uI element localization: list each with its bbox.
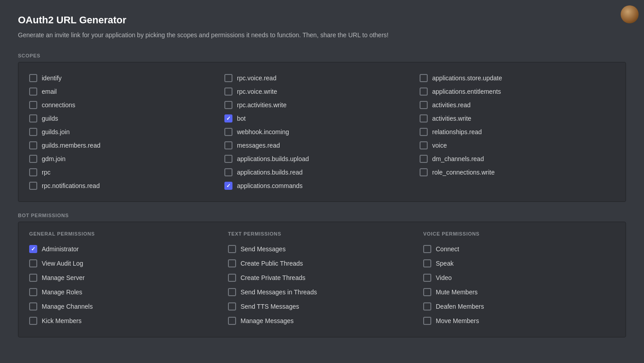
scope-item-webhook_incoming[interactable]: webhook.incoming bbox=[224, 125, 420, 139]
scope-checkbox-guilds_join[interactable] bbox=[29, 128, 37, 136]
scope-item-applications_store_update[interactable]: applications.store.update bbox=[420, 71, 615, 85]
perm-item-connect[interactable]: Connect bbox=[423, 242, 611, 256]
perm-item-manage_roles[interactable]: Manage Roles bbox=[29, 285, 221, 299]
perm-label-manage_channels: Manage Channels bbox=[42, 303, 93, 310]
scope-checkbox-rpc_voice_write[interactable] bbox=[224, 87, 232, 96]
perm-label-video: Video bbox=[436, 274, 452, 281]
perm-item-create_public_threads[interactable]: Create Public Threads bbox=[228, 256, 416, 271]
scope-item-guilds[interactable]: guilds bbox=[29, 112, 224, 125]
scope-checkbox-rpc[interactable] bbox=[29, 168, 37, 176]
scope-checkbox-rpc_voice_read[interactable] bbox=[224, 74, 232, 82]
scope-item-dm_channels_read[interactable]: dm_channels.read bbox=[420, 152, 615, 166]
perm-item-view_audit_log[interactable]: View Audit Log bbox=[29, 256, 221, 271]
scope-item-guilds_members_read[interactable]: guilds.members.read bbox=[29, 139, 224, 152]
perm-checkbox-view_audit_log[interactable] bbox=[29, 259, 37, 267]
scope-label-activities_read: activities.read bbox=[432, 101, 471, 109]
scope-item-activities_read[interactable]: activities.read bbox=[420, 98, 615, 112]
perm-checkbox-mute_members[interactable] bbox=[423, 288, 431, 296]
scope-label-rpc_voice_read: rpc.voice.read bbox=[237, 74, 276, 82]
scope-label-voice: voice bbox=[432, 142, 447, 149]
scope-checkbox-activities_read[interactable] bbox=[420, 101, 428, 109]
scope-item-messages_read[interactable]: messages.read bbox=[224, 139, 420, 152]
scope-item-applications_builds_read[interactable]: applications.builds.read bbox=[224, 166, 420, 179]
perm-checkbox-administrator[interactable] bbox=[29, 245, 37, 253]
scope-item-gdm_join[interactable]: gdm.join bbox=[29, 152, 224, 166]
scope-item-rpc_notifications_read[interactable]: rpc.notifications.read bbox=[29, 179, 224, 192]
scope-item-rpc_voice_read[interactable]: rpc.voice.read bbox=[224, 71, 420, 85]
perm-item-manage_channels[interactable]: Manage Channels bbox=[29, 299, 221, 314]
perm-checkbox-speak[interactable] bbox=[423, 259, 431, 267]
perm-item-deafen_members[interactable]: Deafen Members bbox=[423, 299, 611, 314]
scope-checkbox-bot[interactable] bbox=[224, 114, 232, 122]
perm-checkbox-kick_members[interactable] bbox=[29, 317, 37, 325]
general-permissions-header: GENERAL PERMISSIONS bbox=[29, 231, 221, 236]
perm-item-manage_server[interactable]: Manage Server bbox=[29, 271, 221, 285]
perm-item-send_messages_in_threads[interactable]: Send Messages in Threads bbox=[228, 285, 416, 299]
perm-checkbox-manage_channels[interactable] bbox=[29, 302, 37, 311]
perm-checkbox-send_messages[interactable] bbox=[228, 245, 236, 253]
scope-checkbox-guilds_members_read[interactable] bbox=[29, 141, 37, 149]
perm-checkbox-move_members[interactable] bbox=[423, 317, 431, 325]
perm-checkbox-deafen_members[interactable] bbox=[423, 302, 431, 311]
perm-checkbox-manage_messages[interactable] bbox=[228, 317, 236, 325]
scope-item-activities_write[interactable]: activities.write bbox=[420, 112, 615, 125]
scope-item-relationships_read[interactable]: relationships.read bbox=[420, 125, 615, 139]
perm-checkbox-manage_server[interactable] bbox=[29, 274, 37, 282]
scope-item-applications_entitlements[interactable]: applications.entitlements bbox=[420, 85, 615, 98]
perm-checkbox-send_tts_messages[interactable] bbox=[228, 302, 236, 311]
scope-checkbox-connections[interactable] bbox=[29, 101, 37, 109]
perm-item-mute_members[interactable]: Mute Members bbox=[423, 285, 611, 299]
perm-checkbox-create_private_threads[interactable] bbox=[228, 274, 236, 282]
scope-checkbox-gdm_join[interactable] bbox=[29, 155, 37, 163]
scope-checkbox-applications_commands[interactable] bbox=[224, 182, 232, 190]
scope-checkbox-identify[interactable] bbox=[29, 74, 37, 82]
perm-checkbox-manage_roles[interactable] bbox=[29, 288, 37, 296]
avatar[interactable] bbox=[621, 5, 639, 23]
perm-item-create_private_threads[interactable]: Create Private Threads bbox=[228, 271, 416, 285]
scope-checkbox-applications_builds_upload[interactable] bbox=[224, 155, 232, 163]
scope-checkbox-applications_entitlements[interactable] bbox=[420, 87, 428, 96]
scope-checkbox-rpc_activities_write[interactable] bbox=[224, 101, 232, 109]
perm-item-kick_members[interactable]: Kick Members bbox=[29, 314, 221, 328]
scope-item-guilds_join[interactable]: guilds.join bbox=[29, 125, 224, 139]
scope-item-bot[interactable]: bot bbox=[224, 112, 420, 125]
scope-item-voice[interactable]: voice bbox=[420, 139, 615, 152]
perm-item-administrator[interactable]: Administrator bbox=[29, 242, 221, 256]
perm-item-send_tts_messages[interactable]: Send TTS Messages bbox=[228, 299, 416, 314]
perm-checkbox-send_messages_in_threads[interactable] bbox=[228, 288, 236, 296]
scope-checkbox-rpc_notifications_read[interactable] bbox=[29, 182, 37, 190]
scope-item-role_connections_write[interactable]: role_connections.write bbox=[420, 166, 615, 179]
scope-item-identify[interactable]: identify bbox=[29, 71, 224, 85]
scope-checkbox-voice[interactable] bbox=[420, 141, 428, 149]
scope-checkbox-dm_channels_read[interactable] bbox=[420, 155, 428, 163]
scope-item-applications_builds_upload[interactable]: applications.builds.upload bbox=[224, 152, 420, 166]
perm-item-video[interactable]: Video bbox=[423, 271, 611, 285]
perm-checkbox-connect[interactable] bbox=[423, 245, 431, 253]
perm-item-speak[interactable]: Speak bbox=[423, 256, 611, 271]
perm-label-send_tts_messages: Send TTS Messages bbox=[241, 303, 299, 310]
scope-item-applications_commands[interactable]: applications.commands bbox=[224, 179, 420, 192]
scope-checkbox-role_connections_write[interactable] bbox=[420, 168, 428, 176]
perm-item-move_members[interactable]: Move Members bbox=[423, 314, 611, 328]
scope-checkbox-guilds[interactable] bbox=[29, 114, 37, 122]
scope-checkbox-applications_builds_read[interactable] bbox=[224, 168, 232, 176]
perm-checkbox-video[interactable] bbox=[423, 274, 431, 282]
scope-checkbox-applications_store_update[interactable] bbox=[420, 74, 428, 82]
scope-checkbox-email[interactable] bbox=[29, 87, 37, 96]
perm-item-manage_messages[interactable]: Manage Messages bbox=[228, 314, 416, 328]
scope-checkbox-relationships_read[interactable] bbox=[420, 128, 428, 136]
scope-item-rpc_voice_write[interactable]: rpc.voice.write bbox=[224, 85, 420, 98]
scope-checkbox-messages_read[interactable] bbox=[224, 141, 232, 149]
general-permissions-list: AdministratorView Audit LogManage Server… bbox=[29, 242, 221, 328]
scope-label-activities_write: activities.write bbox=[432, 115, 471, 122]
scope-checkbox-activities_write[interactable] bbox=[420, 114, 428, 122]
scope-item-rpc[interactable]: rpc bbox=[29, 166, 224, 179]
scope-label-rpc_activities_write: rpc.activities.write bbox=[237, 101, 286, 109]
scope-item-rpc_activities_write[interactable]: rpc.activities.write bbox=[224, 98, 420, 112]
scope-checkbox-webhook_incoming[interactable] bbox=[224, 128, 232, 136]
perm-item-send_messages[interactable]: Send Messages bbox=[228, 242, 416, 256]
perm-label-send_messages_in_threads: Send Messages in Threads bbox=[241, 289, 317, 296]
scope-item-connections[interactable]: connections bbox=[29, 98, 224, 112]
scope-item-email[interactable]: email bbox=[29, 85, 224, 98]
perm-checkbox-create_public_threads[interactable] bbox=[228, 259, 236, 267]
